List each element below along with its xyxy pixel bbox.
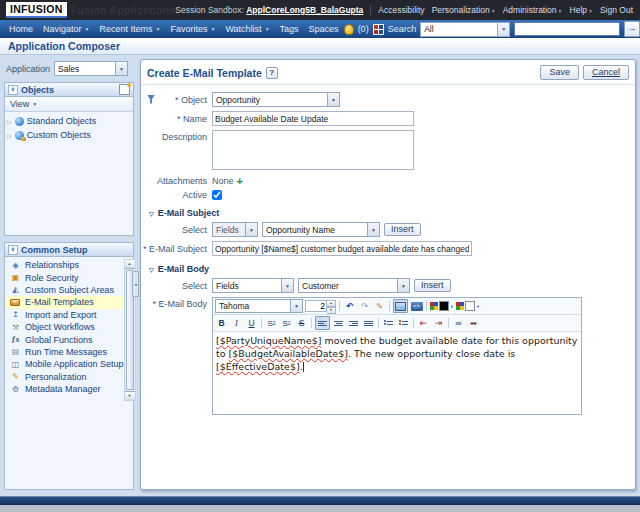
remove-link-icon[interactable]: ∞ xyxy=(467,317,480,329)
underline-icon[interactable]: U xyxy=(245,317,258,329)
scroll-down-icon[interactable]: ▼ xyxy=(125,391,135,400)
sidebar-item-object-workflows[interactable]: ⚒Object Workflows xyxy=(5,321,124,333)
chevron-down-icon: ▼ xyxy=(32,101,37,107)
active-checkbox[interactable] xyxy=(212,190,222,200)
sidebar-item-metadata-manager[interactable]: ⚙Metadata Manager xyxy=(5,383,124,395)
clear-formatting-icon[interactable]: ✎ xyxy=(373,300,386,312)
body-field-select[interactable]: Customer▼ xyxy=(298,278,410,293)
sidebar-item-email-templates[interactable]: E-Mail Templates xyxy=(5,296,124,308)
nav-recent-items[interactable]: Recent Items▼ xyxy=(95,24,166,34)
footer-bar xyxy=(0,496,640,505)
cancel-button[interactable]: Cancel xyxy=(583,65,629,80)
collapse-section-icon[interactable]: ▽ xyxy=(149,266,154,273)
help-icon[interactable]: ? xyxy=(266,67,278,79)
add-link-icon[interactable]: ∞ xyxy=(452,317,465,329)
nav-tags[interactable]: Tags xyxy=(275,24,304,34)
sign-out-link[interactable]: Sign Out xyxy=(600,5,633,15)
sidebar-item-relationships[interactable]: ◈Relationships xyxy=(5,259,124,271)
sidebar-item-role-security[interactable]: ▣Role Security xyxy=(5,271,124,283)
email-body-section-header[interactable]: ▽ E-Mail Body xyxy=(149,264,627,274)
description-label: Description xyxy=(143,130,207,142)
strikethrough-icon[interactable]: S xyxy=(295,317,308,329)
undo-icon[interactable]: ↶ xyxy=(343,300,356,312)
numbered-list-icon[interactable] xyxy=(397,317,410,329)
source-code-mode-icon[interactable]: <> xyxy=(410,300,423,312)
tree-item-custom-objects[interactable]: ▷ Custom Objects xyxy=(7,130,131,140)
font-color-picker[interactable]: ▼ xyxy=(430,300,454,312)
font-size-input[interactable] xyxy=(305,300,327,312)
create-email-template-panel: Create E-Mail Template ? Save Cancel * O… xyxy=(140,59,636,490)
expand-icon[interactable]: ▷ xyxy=(7,132,12,139)
superscript-icon[interactable]: S2 xyxy=(280,317,293,329)
sidebar-item-personalization[interactable]: ✎Personalization xyxy=(5,371,124,383)
dropdown-arrow-icon: ▼ xyxy=(476,304,480,309)
font-family-select[interactable]: Tahoma▼ xyxy=(215,299,303,313)
nav-favorites[interactable]: Favorites▼ xyxy=(165,24,220,34)
bullet-list-icon[interactable] xyxy=(382,317,395,329)
administration-menu[interactable]: Administration▼ xyxy=(503,5,563,15)
sidebar-item-import-export[interactable]: ↥Import and Export xyxy=(5,309,124,321)
search-scope-select[interactable]: All▼ xyxy=(420,22,510,37)
chevron-down-icon: ▼ xyxy=(558,8,563,14)
nav-watchlist[interactable]: Watchlist▼ xyxy=(220,24,274,34)
body-select-type[interactable]: Fields▼ xyxy=(212,278,294,293)
bold-icon[interactable]: B xyxy=(215,317,228,329)
search-go-button[interactable]: → xyxy=(624,21,640,37)
align-center-icon[interactable] xyxy=(332,317,345,329)
add-attachment-icon[interactable]: + xyxy=(237,177,243,186)
attachments-label: Attachments xyxy=(143,176,207,186)
rich-text-mode-icon[interactable] xyxy=(393,299,408,313)
dropdown-arrow-icon: ▼ xyxy=(497,23,509,36)
name-input[interactable] xyxy=(212,111,414,126)
sidebar-item-run-time-messages[interactable]: ▤Run Time Messages xyxy=(5,346,124,358)
worklist-grid-icon[interactable] xyxy=(373,24,384,35)
background-color-picker[interactable]: ▼ xyxy=(456,300,480,312)
subscript-icon[interactable]: S2 xyxy=(265,317,278,329)
nav-home[interactable]: Home xyxy=(4,24,38,34)
email-body-editor-content[interactable]: [$PartyUniqueName$] moved the budget ava… xyxy=(213,332,581,414)
nav-navigator[interactable]: Navigator▼ xyxy=(38,24,94,34)
collapse-panel-icon[interactable]: ∨ xyxy=(8,85,18,95)
subject-insert-button[interactable]: Insert xyxy=(384,223,421,236)
increase-indent-icon[interactable]: ⇥ xyxy=(432,317,445,329)
object-select[interactable]: Opportunity▼ xyxy=(212,92,340,107)
decrease-indent-icon[interactable]: ⇤ xyxy=(417,317,430,329)
expand-icon[interactable]: ▷ xyxy=(7,118,12,125)
save-button[interactable]: Save xyxy=(540,65,579,80)
personalization-menu[interactable]: Personalization▼ xyxy=(432,5,496,15)
view-menu[interactable]: View xyxy=(10,99,29,109)
font-size-stepper[interactable]: ▲▼ xyxy=(305,300,336,312)
collapse-section-icon[interactable]: ▽ xyxy=(149,210,154,217)
lock-icon: ▣ xyxy=(10,273,21,282)
dropdown-arrow-icon: ▼ xyxy=(281,279,293,292)
sidebar-item-global-functions[interactable]: ƒxGlobal Functions xyxy=(5,333,124,345)
tree-item-standard-objects[interactable]: ▷ Standard Objects xyxy=(7,116,131,126)
help-menu[interactable]: Help▼ xyxy=(570,5,593,15)
align-right-icon[interactable] xyxy=(347,317,360,329)
email-subject-section-header[interactable]: ▽ E-Mail Subject xyxy=(149,208,627,218)
sandbox-link[interactable]: ApplCoreLong5B_BalaGupta xyxy=(246,5,363,15)
accessibility-link[interactable]: Accessibility xyxy=(378,5,424,15)
sidebar-item-mobile-application-setup[interactable]: ◫Mobile Application Setup xyxy=(5,358,124,370)
sidebar-item-custom-subject-areas[interactable]: ◭Custom Subject Areas xyxy=(5,284,124,296)
step-down-icon[interactable]: ▼ xyxy=(327,307,336,314)
panel-collapse-handle[interactable]: ◄ xyxy=(132,271,139,297)
nav-spaces[interactable]: Spaces xyxy=(304,24,344,34)
italic-icon[interactable]: I xyxy=(230,317,243,329)
gear-icon: ⚙ xyxy=(10,385,21,394)
description-input[interactable] xyxy=(212,130,414,170)
scroll-up-icon[interactable]: ▲ xyxy=(125,260,135,269)
align-justify-icon[interactable] xyxy=(362,317,375,329)
collapse-panel-icon[interactable]: ∨ xyxy=(8,245,18,255)
subject-select-type[interactable]: Fields▼ xyxy=(212,222,258,237)
notification-bell-icon[interactable] xyxy=(344,24,354,35)
body-insert-button[interactable]: Insert xyxy=(414,279,451,292)
redo-icon[interactable]: ↷ xyxy=(358,300,371,312)
search-input[interactable] xyxy=(514,22,620,36)
application-select[interactable]: Sales▼ xyxy=(54,61,128,76)
align-left-icon[interactable] xyxy=(315,316,330,330)
step-up-icon[interactable]: ▲ xyxy=(327,300,336,307)
email-subject-input[interactable] xyxy=(212,241,472,256)
new-window-icon[interactable] xyxy=(119,84,130,95)
subject-field-select[interactable]: Opportunity Name▼ xyxy=(262,222,380,237)
